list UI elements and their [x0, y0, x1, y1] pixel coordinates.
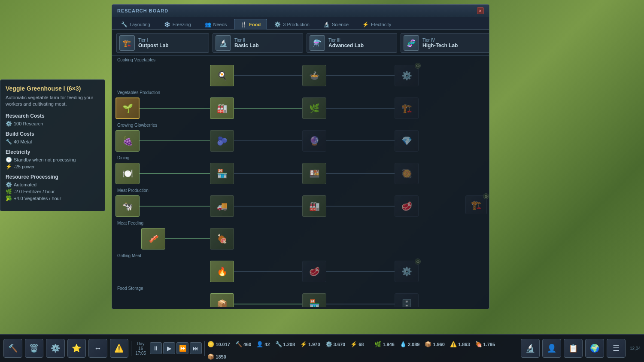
coordinate-display: 12,04: [630, 346, 641, 351]
meat-node-t4[interactable]: 🥩: [395, 195, 419, 217]
meat-node-t4b[interactable]: 🏗️ ⚙: [465, 195, 487, 214]
stat-power: ⚡ 68: [350, 341, 364, 347]
glow-node-t1[interactable]: 🍇: [115, 130, 140, 152]
metal-icon: 🔧: [6, 139, 12, 145]
dining-node-t1[interactable]: 🍽️: [115, 163, 140, 184]
tab-layouting[interactable]: 🔧 Layouting: [115, 19, 157, 30]
section-veg-prod: Vegetables Production 🌱 🏭 🌿: [115, 90, 486, 120]
bar-sep-3: [369, 337, 369, 352]
tool-move-btn[interactable]: ↔️: [88, 339, 107, 358]
gear-val: 3.670: [334, 342, 346, 347]
tab-freezing[interactable]: ❄️ Freezing: [158, 19, 197, 30]
research-btn[interactable]: 🔬: [521, 339, 540, 358]
gear-overlay-grill: ⚙: [415, 259, 421, 265]
stat-pop: 👤 42: [256, 341, 270, 347]
tab-electricity[interactable]: ⚡ Electricity: [356, 19, 398, 30]
tier-3-level: Tier III: [328, 38, 364, 43]
research-amount: 100 Research: [14, 121, 43, 126]
cooking-node-t4[interactable]: ⚙️ ⚙: [395, 65, 419, 86]
menu-btn[interactable]: ☰: [607, 339, 626, 358]
research-icon: ⚙️: [6, 121, 12, 127]
fs-node-t3[interactable]: 🏪: [302, 293, 326, 307]
people-btn[interactable]: 👤: [542, 339, 561, 358]
dining-node-t3[interactable]: 🍱: [302, 163, 326, 184]
dining-track: 🍽️ 🏪 🍱 🥘: [115, 161, 486, 186]
gear-overlay: ⚙: [415, 63, 421, 69]
fastest-btn[interactable]: ⏭: [190, 342, 202, 354]
electricity-standby: 🕐 Standby when not processing: [6, 157, 100, 163]
storage-icon: 📦: [207, 353, 214, 360]
tab-needs[interactable]: 👥 Needs: [198, 19, 234, 30]
world-btn[interactable]: 🌍: [585, 339, 604, 358]
meat-node-t1[interactable]: 🐄: [115, 195, 140, 217]
mfeed-t3: [302, 227, 395, 251]
water-val: 2.089: [408, 342, 420, 347]
grill-node-t2[interactable]: 🔥: [210, 261, 234, 282]
play-btn[interactable]: ▶: [163, 342, 175, 354]
glow-node-t3[interactable]: 🔮: [302, 130, 326, 152]
playback-controls: ⏸ ▶ ⏩ ⏭: [150, 342, 202, 354]
right-bar-buttons: 🔬 👤 📋 🌍 ☰: [521, 339, 626, 358]
cooking-t3: 🍲: [302, 64, 395, 88]
veg-t4: 🏗️: [395, 96, 487, 120]
tool-settings-btn[interactable]: ⚙️: [46, 339, 65, 358]
mfeed-node-t2[interactable]: 🍖: [210, 228, 234, 249]
grill-node-t4[interactable]: ⚙️ ⚙: [395, 261, 419, 282]
dining-t3: 🍱: [302, 161, 395, 186]
metal-val: 1.208: [283, 342, 295, 347]
section-grilling: Grilling Meat 🔥 🥩 ⚙️ ⚙: [115, 253, 486, 283]
meat-t1: 🐄: [115, 194, 210, 218]
cooking-node-t2[interactable]: 🍳: [210, 65, 234, 86]
metal-stat-icon: 🔧: [275, 341, 282, 347]
tier-1-level: Tier I: [138, 38, 169, 43]
glow-node-t2[interactable]: 🫐: [210, 130, 234, 152]
tool-build-btn[interactable]: 🔨: [3, 339, 22, 358]
fs-node-t2[interactable]: 📦: [210, 293, 234, 307]
dining-node-t4[interactable]: 🥘: [395, 163, 419, 184]
veg-node-t4[interactable]: 🏗️: [395, 97, 419, 119]
grill-node-t3[interactable]: 🥩: [302, 261, 326, 282]
tool-alert-btn[interactable]: ⚠️: [110, 339, 129, 358]
bar-sep-1: [131, 341, 131, 356]
cooking-node-t3[interactable]: 🍲: [302, 65, 326, 86]
pop-val: 42: [264, 342, 270, 347]
fast-btn[interactable]: ⏩: [176, 342, 188, 354]
tab-science[interactable]: 🔬 Science: [317, 19, 355, 30]
tab-production[interactable]: ⚙️ 3 Production: [268, 19, 316, 30]
bar-sep-2: [204, 341, 205, 356]
build-metal: 40 Metal: [14, 139, 32, 144]
meat-node-t2[interactable]: 🚚: [210, 195, 234, 217]
tier-1-name: Outpost Lab: [138, 43, 169, 49]
glow-node-t4[interactable]: 💎: [395, 130, 419, 152]
tab-food[interactable]: 🍴 Food: [234, 19, 267, 30]
meat-feed-label: Meat Feeding: [115, 221, 486, 225]
auto-icon: ⚙️: [6, 182, 12, 188]
mfeed-node-t1[interactable]: 🥓: [141, 228, 165, 249]
tool-delete-btn[interactable]: 🗑️: [25, 339, 44, 358]
pop-icon: 👤: [256, 341, 263, 347]
dining-line-t3-t4: [326, 173, 395, 174]
fs-node-t4[interactable]: 🗄️: [395, 293, 419, 307]
tier-4-header: 🧬 Tier IV High-Tech Lab: [401, 33, 489, 53]
pause-btn[interactable]: ⏸: [150, 342, 162, 354]
veg-node-t2[interactable]: 🏭: [210, 97, 234, 119]
bar-sep-4: [518, 341, 518, 356]
dining-node-t2[interactable]: 🏪: [210, 163, 234, 184]
coins-icon: 🪙: [207, 341, 214, 347]
grill-t3: 🥩: [302, 259, 395, 283]
bottom-game-bar: 🔨 🗑️ ⚙️ ⭐ ↔️ ⚠️ Day 16 17:05 ⏸ ▶ ⏩ ⏭ 🪙 1…: [0, 334, 644, 362]
glow-line-t2-t3: [234, 140, 302, 141]
tool-star-btn[interactable]: ⭐: [67, 339, 86, 358]
veg-node-t3[interactable]: 🌿: [302, 97, 326, 119]
grill-line-t2-t3: [234, 271, 302, 272]
trade-btn[interactable]: 📋: [564, 339, 583, 358]
needs-icon: 👥: [205, 21, 211, 27]
storage-val: 1850: [216, 354, 226, 359]
meat-node-t3[interactable]: 🏭: [302, 195, 326, 217]
glow-t1: 🍇: [115, 129, 210, 153]
close-button[interactable]: ×: [477, 7, 484, 14]
research-board-window: Research Board × 🔧 Layouting ❄️ Freezing…: [112, 4, 489, 309]
dining-t4: 🥘: [395, 161, 487, 186]
fs-t2: 📦: [210, 292, 302, 307]
veg-node-t1[interactable]: 🌱: [115, 97, 140, 119]
